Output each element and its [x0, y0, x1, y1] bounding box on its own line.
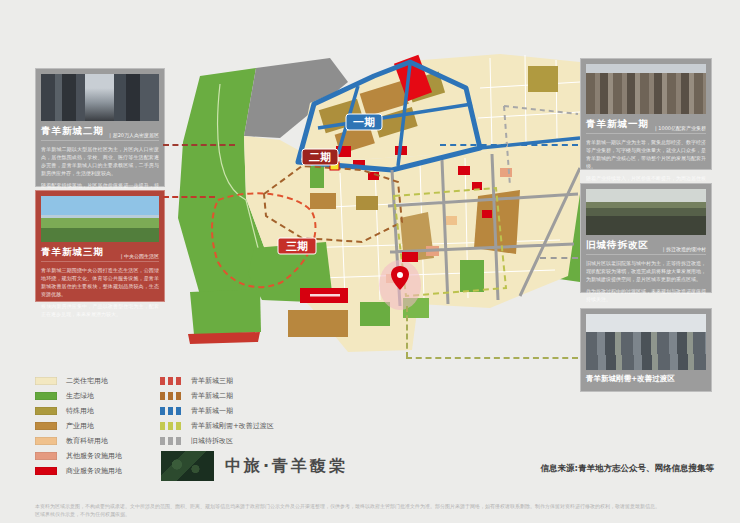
landuse-map: 一期 二期 三期	[160, 48, 580, 378]
legend-item-transition-boundary: 青羊新城刚需+改善过渡区	[160, 419, 274, 434]
transition-header: 青羊新城刚需+改善过渡区	[586, 374, 706, 386]
phase1-body-1: 青羊新城一期以产业为主导，聚集总部经济、数字经济等产业集群，写字楼与商业体量大，…	[586, 138, 706, 170]
commercial-swatch	[35, 467, 57, 475]
connector-phase2	[163, 144, 235, 146]
callout-transition: 青羊新城刚需+改善过渡区	[580, 308, 712, 392]
phase1-map-label: 一期	[346, 114, 382, 130]
phase3-header: 青羊新城三期 | 中央公园生活区	[41, 246, 159, 262]
education-swatch	[35, 437, 57, 445]
legend-item-residential: 二类住宅用地	[35, 374, 122, 389]
svg-text:二期: 二期	[309, 151, 331, 164]
phase2-title: 青羊新城二期	[41, 125, 104, 138]
phase3-map-label: 三期	[278, 238, 316, 254]
legend-item-phase3-boundary: 青羊新城三期	[160, 374, 274, 389]
legend-item-phase2-boundary: 青羊新城二期	[160, 389, 274, 404]
legend-label: 青羊新城三期	[191, 376, 233, 386]
brand-logo-image	[161, 451, 214, 481]
phase2-photo	[41, 74, 159, 121]
legend-label: 教育科研用地	[66, 436, 108, 446]
legend-label: 生态绿地	[66, 391, 94, 401]
legend-label: 青羊新城一期	[191, 406, 233, 416]
callout-oldtown: 旧城待拆改区 | 拆迁改造的缓冲村 旧城片区以老旧院落与城中村为主，正等待拆迁改…	[580, 183, 712, 293]
other-service-swatch	[35, 452, 57, 460]
legend-label: 青羊新城二期	[191, 391, 233, 401]
phase1-photo	[586, 64, 706, 114]
footer-disclaimer: 本资料为区域示意图，不构成要约或承诺。文中所涉及的范围、面积、距离、规划等信息均…	[35, 502, 710, 518]
legend-item-commercial: 商业服务设施用地	[35, 463, 122, 478]
oldtown-header: 旧城待拆改区 | 拆迁改造的缓冲村	[586, 239, 706, 255]
eco-green-swatch	[35, 392, 57, 400]
transition-title: 青羊新城刚需+改善过渡区	[586, 374, 675, 384]
legend-label: 产业用地	[66, 421, 94, 431]
connector-oldtown	[540, 257, 578, 259]
legend-item-industry: 产业用地	[35, 419, 122, 434]
oldtown-subtitle: | 拆迁改造的缓冲村	[663, 246, 706, 252]
phase2-subtitle: | 超20万人高密度居区	[109, 132, 159, 138]
legend-label: 特殊用地	[66, 406, 94, 416]
legend-label: 青羊新城刚需+改善过渡区	[191, 421, 274, 431]
oldtown-body-2: 作为拆改过程中的过渡区域，未来规划与改造进度值得持续关注。	[586, 287, 706, 303]
svg-text:三期: 三期	[286, 240, 308, 253]
legend-item-phase1-boundary: 青羊新城一期	[160, 404, 274, 419]
connector-phase3	[163, 196, 215, 198]
phase2-header: 青羊新城二期 | 超20万人高密度居区	[41, 125, 159, 141]
legend-label: 其他服务设施用地	[66, 451, 122, 461]
brand-name: 中旅·青羊馥棠	[225, 456, 348, 477]
footer-line-1: 本资料为区域示意图，不构成要约或承诺。文中所涉及的范围、面积、距离、规划等信息均…	[35, 503, 660, 509]
source-note: 信息来源:青羊地方志公众号、网络信息搜集等	[541, 463, 714, 475]
residential-swatch	[35, 377, 57, 385]
callout-phase2: 青羊新城二期 | 超20万人高密度居区 青羊新城二期以大型居住社区为主，片区内人…	[35, 68, 165, 187]
phase3-subtitle: | 中央公园生活区	[121, 253, 159, 259]
phase2-map-label: 二期	[302, 149, 338, 165]
legend-label: 二类住宅用地	[66, 376, 108, 386]
phase2-dash-swatch	[160, 392, 182, 400]
phase1-title: 青羊新城一期	[586, 118, 649, 131]
oldtown-title: 旧城待拆改区	[586, 239, 649, 252]
phase1-dash-swatch	[160, 407, 182, 415]
phase3-photo	[41, 196, 159, 242]
brand-block: 中旅·青羊馥棠	[161, 451, 348, 481]
footer-line-2: 区域界线仅作示意，不作为任何权属依据。	[35, 511, 130, 517]
legend-label: 旧城待拆改区	[191, 436, 233, 446]
phase3-title: 青羊新城三期	[41, 246, 104, 259]
infographic-canvas: 一期 二期 三期 青羊新城二期 | 超20万人高密度居区 青羊新城二期以大型居住…	[0, 0, 740, 523]
connector-phase1	[440, 144, 578, 146]
callout-phase3: 青羊新城三期 | 中央公园生活区 青羊新城三期围绕中央公园打造生态生活区，公园绿…	[35, 190, 165, 302]
svg-text:一期: 一期	[353, 116, 375, 129]
special-swatch	[35, 407, 57, 415]
transition-photo	[586, 314, 706, 370]
legend-item-education: 教育科研用地	[35, 434, 122, 449]
legend-item-other-service: 其他服务设施用地	[35, 448, 122, 463]
legend-boundaries: 青羊新城三期 青羊新城二期 青羊新城一期 青羊新城刚需+改善过渡区 旧城待拆改区	[160, 374, 274, 448]
oldtown-photo	[586, 189, 706, 235]
phase1-header: 青羊新城一期 | 1000亿配套产业集群	[586, 118, 706, 134]
phase3-body-2: 板块内新房供应集中，产品以改善型住宅为主，配套正在逐步兑现，未来发展潜力较大。	[41, 302, 159, 318]
legend-item-eco-green: 生态绿地	[35, 389, 122, 404]
oldtown-body-1: 旧城片区以老旧院落与城中村为主，正等待拆迁改造，现状配套较为薄弱，改造完成后将释…	[586, 259, 706, 283]
phase2-body-1: 青羊新城二期以大型居住社区为主，片区内人口密度高，居住氛围成熟，学校、商业、医疗…	[41, 145, 159, 177]
connector-transition-horizontal	[406, 357, 578, 359]
legend-label: 商业服务设施用地	[66, 466, 122, 476]
callout-phase1: 青羊新城一期 | 1000亿配套产业集群 青羊新城一期以产业为主导，聚集总部经济…	[580, 58, 712, 170]
phase3-body-1: 青羊新城三期围绕中央公园打造生态生活区，公园绿地环绕，规划有文化、体育等公共服务…	[41, 266, 159, 298]
legend-item-oldtown-boundary: 旧城待拆改区	[160, 434, 274, 449]
industry-swatch	[35, 422, 57, 430]
legend-landuse: 二类住宅用地 生态绿地 特殊用地 产业用地 教育科研用地 其他服务设施用地 商业…	[35, 374, 122, 478]
legend-item-special: 特殊用地	[35, 404, 122, 419]
connector-transition-vertical	[406, 306, 408, 358]
oldtown-dash-swatch	[160, 437, 182, 445]
phase1-subtitle: | 1000亿配套产业集群	[655, 125, 706, 131]
phase3-dash-swatch	[160, 377, 182, 385]
transition-dash-swatch	[160, 422, 182, 430]
